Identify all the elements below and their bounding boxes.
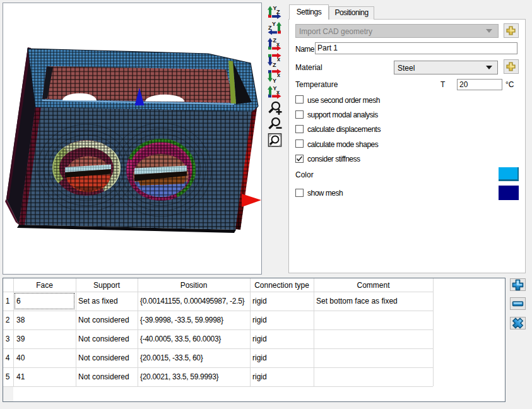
svg-text:Z: Z <box>276 9 280 15</box>
svg-text:Z: Z <box>268 25 272 31</box>
svg-text:x: x <box>276 89 280 95</box>
svg-text:x: x <box>277 72 280 78</box>
svg-text:x: x <box>276 41 280 47</box>
svg-text:Y: Y <box>273 78 276 84</box>
svg-text:Y: Y <box>272 21 276 27</box>
svg-text:Z: Z <box>273 62 276 68</box>
svg-text:x: x <box>277 56 280 62</box>
